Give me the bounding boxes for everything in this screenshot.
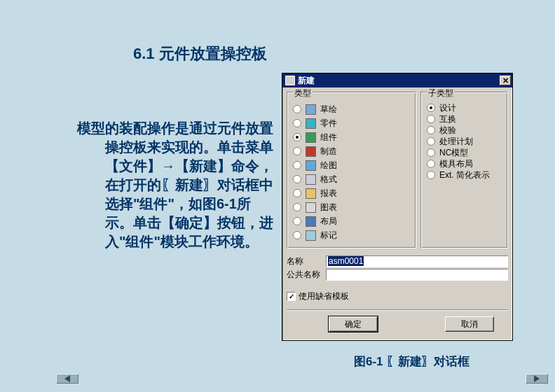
type-icon xyxy=(306,230,316,241)
type-icon xyxy=(306,104,316,115)
type-radio-组件[interactable]: 组件 xyxy=(293,130,410,144)
use-default-template-label: 使用缺省模板 xyxy=(299,290,349,302)
type-label: 格式 xyxy=(320,174,337,186)
type-radio-报表[interactable]: 报表 xyxy=(293,186,410,200)
type-radio-草绘[interactable]: 草绘 xyxy=(293,102,410,116)
type-label: 组件 xyxy=(320,132,337,144)
radio-icon xyxy=(293,231,301,239)
subtype-radio-处理计划[interactable]: 处理计划 xyxy=(427,136,502,147)
type-label: 标记 xyxy=(320,230,337,241)
subtype-radio-互换[interactable]: 互换 xyxy=(427,113,502,125)
type-radio-零件[interactable]: 零件 xyxy=(293,116,410,130)
type-icon xyxy=(306,146,316,157)
subtype-radio-校验[interactable]: 校验 xyxy=(427,125,502,136)
subtype-radio-模具布局[interactable]: 模具布局 xyxy=(427,158,502,169)
radio-icon xyxy=(293,203,301,211)
subtype-label: NC模型 xyxy=(439,147,468,159)
type-label: 零件 xyxy=(320,118,337,130)
radio-icon xyxy=(427,137,435,146)
radio-icon xyxy=(427,104,435,112)
radio-icon xyxy=(293,133,301,141)
close-button[interactable]: ✕ xyxy=(500,76,511,85)
new-dialog: 新建 ✕ 类型 草绘零件组件制造绘图格式报表图表布局标记 子类型 设计互换校验处… xyxy=(282,73,513,341)
subtype-radio-设计[interactable]: 设计 xyxy=(427,102,502,113)
radio-icon xyxy=(293,105,301,113)
type-label: 报表 xyxy=(320,188,337,200)
subtype-label: 设计 xyxy=(439,102,456,114)
figure-caption: 图6-1 〖新建〗对话框 xyxy=(354,354,470,370)
type-icon xyxy=(306,188,316,199)
type-label: 绘图 xyxy=(320,160,337,172)
type-icon xyxy=(306,174,316,185)
subtype-label: 校验 xyxy=(439,125,456,136)
type-icon xyxy=(306,118,316,129)
type-radio-绘图[interactable]: 绘图 xyxy=(293,158,410,172)
radio-icon xyxy=(293,147,301,155)
type-label: 图表 xyxy=(320,202,337,214)
ok-button[interactable]: 确定 xyxy=(329,316,378,332)
radio-icon xyxy=(293,175,301,183)
radio-icon xyxy=(427,160,435,168)
subtype-label: 模具布局 xyxy=(439,158,473,170)
slide-title: 6.1 元件放置操控板 xyxy=(133,43,267,64)
radio-icon xyxy=(293,161,301,169)
arrow-left-icon xyxy=(64,375,70,382)
subtype-group: 子类型 设计互换校验处理计划NC模型模具布局Ext. 简化表示 xyxy=(420,92,508,248)
name-input[interactable]: asm0001 xyxy=(326,255,508,267)
radio-icon xyxy=(427,126,435,134)
radio-icon xyxy=(293,119,301,127)
type-icon xyxy=(306,160,316,171)
next-slide-button[interactable] xyxy=(526,374,548,384)
prev-slide-button[interactable] xyxy=(56,374,78,384)
subtype-radio-NC模型[interactable]: NC模型 xyxy=(427,147,502,158)
window-title: 新建 xyxy=(298,75,500,87)
subtype-label: 处理计划 xyxy=(439,136,473,148)
type-group-title: 类型 xyxy=(293,88,313,99)
radio-icon xyxy=(427,148,435,157)
type-label: 制造 xyxy=(320,146,337,158)
body-text: 模型的装配操作是通过元件放置操控板来实现的。单击菜单【文件】→【新建】命令，在打… xyxy=(77,119,273,251)
type-radio-格式[interactable]: 格式 xyxy=(293,172,410,186)
subtype-label: 互换 xyxy=(439,113,456,125)
type-label: 布局 xyxy=(320,216,337,227)
type-radio-标记[interactable]: 标记 xyxy=(293,228,410,242)
arrow-right-icon xyxy=(534,375,540,382)
name-label: 名称 xyxy=(287,255,323,267)
type-group: 类型 草绘零件组件制造绘图格式报表图表布局标记 xyxy=(287,92,416,248)
type-radio-制造[interactable]: 制造 xyxy=(293,144,410,158)
type-radio-布局[interactable]: 布局 xyxy=(293,214,410,228)
radio-icon xyxy=(427,171,435,179)
radio-icon xyxy=(427,115,435,123)
radio-icon xyxy=(293,189,301,197)
type-icon xyxy=(306,132,316,143)
separator xyxy=(287,309,508,311)
radio-icon xyxy=(293,217,301,225)
use-default-template-checkbox[interactable]: ✓ xyxy=(287,292,296,301)
subtype-radio-Ext. 简化表示[interactable]: Ext. 简化表示 xyxy=(427,169,502,181)
subtype-group-title: 子类型 xyxy=(427,88,455,99)
titlebar[interactable]: 新建 ✕ xyxy=(282,74,512,88)
type-icon xyxy=(306,202,316,213)
common-name-input[interactable] xyxy=(326,269,508,281)
common-name-label: 公共名称 xyxy=(287,269,323,281)
type-label: 草绘 xyxy=(320,104,337,115)
subtype-label: Ext. 简化表示 xyxy=(439,169,490,181)
type-icon xyxy=(306,216,316,227)
window-icon xyxy=(285,76,295,85)
cancel-button[interactable]: 取消 xyxy=(445,316,494,332)
type-radio-图表[interactable]: 图表 xyxy=(293,200,410,214)
